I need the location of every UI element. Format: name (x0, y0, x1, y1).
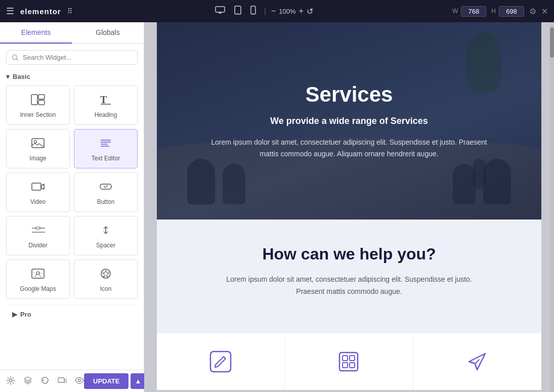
canvas-area[interactable]: Services We provide a wide range of Serv… (144, 22, 554, 392)
search-icon (12, 54, 19, 61)
icon-card-2 (285, 333, 413, 390)
svg-rect-7 (38, 95, 45, 99)
svg-point-4 (253, 13, 253, 13)
hero-section: Services We provide a wide range of Serv… (157, 22, 541, 220)
video-icon (31, 181, 45, 194)
image-icon (31, 138, 45, 151)
text-editor-icon (99, 138, 113, 151)
icons-row (157, 333, 541, 390)
search-wrapper (6, 50, 138, 65)
canvas-scrollbar[interactable] (550, 22, 554, 392)
update-chevron-btn[interactable]: ▲ (131, 373, 145, 389)
svg-rect-31 (339, 353, 358, 371)
svg-text:T: T (100, 94, 107, 105)
menu-icon[interactable]: ☰ (6, 6, 14, 17)
svg-rect-35 (350, 363, 355, 368)
grid-icon[interactable]: ⠿ (67, 7, 73, 15)
sidebar-tabs: Elements Globals (0, 22, 144, 44)
divider-1: | (264, 7, 266, 16)
eye-icon[interactable] (75, 376, 84, 387)
h-label: H (491, 8, 496, 15)
layers-icon[interactable] (23, 376, 32, 387)
hero-body: Lorem ipsum dolor sit amet, consectetuer… (207, 137, 491, 159)
height-input[interactable] (499, 6, 524, 17)
widget-video[interactable]: Video (6, 172, 70, 212)
help-body: Lorem ipsum dolor sit amet, consectetuer… (223, 274, 476, 298)
help-title: How can we help you? (177, 245, 521, 264)
widget-icon[interactable]: Icon (74, 259, 138, 299)
svg-rect-32 (343, 356, 348, 361)
main-layout: Elements Globals ▾ Basic (0, 22, 554, 392)
icon-widget-icon (99, 268, 113, 281)
bottom-icons (6, 376, 84, 387)
svg-rect-11 (32, 139, 44, 148)
widget-button[interactable]: Button (74, 172, 138, 212)
svg-rect-20 (36, 227, 40, 229)
update-group: UPDATE ▲ (84, 373, 145, 389)
widgets-section: ▾ Basic Inner Section (0, 69, 144, 370)
desktop-device-btn[interactable] (212, 4, 228, 18)
hero-subtitle: We provide a wide range of Services (207, 116, 491, 126)
widget-google-maps[interactable]: Google Maps (6, 259, 70, 299)
svg-rect-18 (100, 184, 111, 189)
mobile-device-btn[interactable] (247, 4, 259, 19)
widget-heading[interactable]: T Heading (74, 85, 138, 125)
pro-section: ▶ Pro (6, 305, 138, 323)
height-input-group: H (491, 6, 524, 17)
tab-globals[interactable]: Globals (72, 22, 144, 43)
svg-point-2 (237, 13, 238, 14)
settings-bottom-icon[interactable] (6, 376, 15, 387)
svg-point-29 (78, 379, 81, 381)
help-section: How can we help you? Lorem ipsum dolor s… (157, 220, 541, 333)
history-icon[interactable] (40, 376, 50, 387)
icon-card-3 (413, 333, 541, 390)
divider-label: Divider (28, 242, 47, 249)
image-label: Image (29, 155, 46, 162)
widget-divider[interactable]: Divider (6, 216, 70, 255)
sidebar-bottom: UPDATE ▲ (0, 370, 144, 392)
button-label: Button (97, 198, 115, 205)
svg-rect-27 (58, 378, 64, 382)
topbar: ☰ elementor ⠿ | − 100% + ↺ W H ⚙ ✕ (0, 0, 554, 22)
widget-spacer[interactable]: Spacer (74, 216, 138, 255)
width-input[interactable] (461, 6, 486, 17)
widgets-grid: Inner Section T Heading (6, 85, 138, 299)
search-input[interactable] (23, 54, 132, 61)
widget-inner-section[interactable]: Inner Section (6, 85, 70, 125)
zoom-plus-btn[interactable]: + (299, 7, 304, 16)
text-editor-label: Text Editor (92, 155, 120, 162)
settings-icon[interactable]: ⚙ (529, 7, 536, 16)
sidebar: Elements Globals ▾ Basic (0, 22, 144, 392)
undo-icon[interactable]: ↺ (307, 7, 313, 16)
app-name: elementor (20, 7, 61, 16)
zoom-level: 100% (279, 8, 295, 15)
svg-point-12 (34, 141, 37, 143)
svg-rect-33 (350, 356, 355, 361)
tab-elements[interactable]: Elements (0, 22, 72, 43)
heading-icon: T (99, 94, 113, 107)
zoom-minus-btn[interactable]: − (271, 7, 276, 16)
send-icon (464, 349, 490, 375)
video-label: Video (30, 198, 46, 205)
canvas-inner: Services We provide a wide range of Serv… (157, 22, 541, 390)
tablet-device-btn[interactable] (231, 4, 244, 19)
update-button[interactable]: UPDATE (84, 373, 129, 389)
width-input-group: W (452, 6, 486, 17)
responsive-icon[interactable] (58, 376, 67, 387)
svg-point-26 (9, 379, 12, 382)
widget-text-editor[interactable]: Text Editor (74, 129, 138, 168)
google-maps-label: Google Maps (20, 285, 56, 292)
hero-title: Services (207, 82, 491, 107)
close-icon[interactable]: ✕ (541, 7, 548, 16)
widget-image[interactable]: Image (6, 129, 70, 168)
hero-content: Services We provide a wide range of Serv… (187, 82, 511, 159)
svg-rect-8 (38, 100, 45, 105)
scrollbar-thumb (550, 27, 554, 58)
pro-title[interactable]: ▶ Pro (12, 311, 132, 318)
svg-rect-17 (32, 183, 41, 190)
inner-section-icon (31, 94, 45, 107)
spacer-icon (99, 225, 113, 238)
search-box (0, 44, 144, 69)
svg-rect-6 (31, 95, 37, 105)
basic-section-title: ▾ Basic (6, 73, 138, 80)
